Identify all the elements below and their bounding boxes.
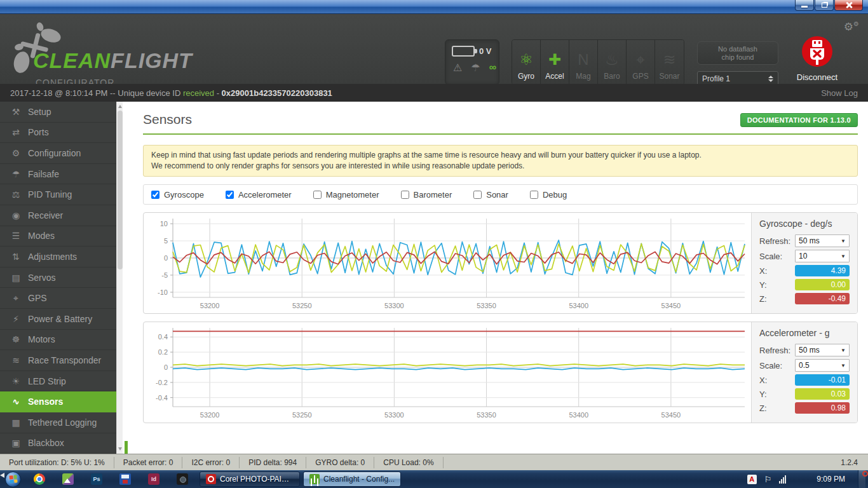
- image-viewer-icon[interactable]: [62, 473, 74, 485]
- close-button[interactable]: [834, 0, 863, 11]
- sidebar-item-adjustments[interactable]: ⇅Adjustments: [0, 247, 116, 268]
- task-button-corel[interactable]: Corel PHOTO-PAINT...: [200, 471, 300, 487]
- windows-taskbar: Ps Id Corel PHOTO-PAINT...Cleanflight - …: [0, 470, 868, 488]
- acrobat-tray-icon[interactable]: A: [747, 475, 757, 484]
- sidebar-item-label: Adjustments: [28, 252, 77, 262]
- status-cell: PID delta: 994: [240, 457, 306, 468]
- action-center-flag-icon[interactable]: ⚐: [764, 475, 772, 484]
- sensor-button-baro[interactable]: ♨Baro: [598, 40, 627, 85]
- svg-text:53200: 53200: [200, 411, 220, 419]
- gyroscope-chart-block: 5320053250533005335053400534501050-5-10 …: [143, 212, 858, 314]
- sidebar-item-receiver[interactable]: ◉Receiver: [0, 205, 116, 226]
- gyroscope-checkbox[interactable]: [151, 191, 159, 199]
- sidebar-item-configuration[interactable]: ⚙Configuration: [0, 143, 116, 164]
- barometer-checkbox[interactable]: [401, 191, 409, 199]
- main-content: Sensors DOCUMENTATION FOR 1.13.0 Keep in…: [123, 102, 868, 454]
- sensor-button-mag[interactable]: NMag: [569, 40, 598, 85]
- sensor-button-accel[interactable]: ✚Accel: [541, 40, 569, 85]
- sidebar-item-servos[interactable]: ▤Servos: [0, 268, 116, 288]
- servo-icon: ▤: [10, 273, 22, 283]
- sensor-button-label: Sonar: [659, 72, 679, 81]
- sidebar-item-tethered-logging[interactable]: ▦Tethered Logging: [0, 412, 116, 433]
- debug-checkbox[interactable]: [530, 191, 538, 199]
- floppy-icon[interactable]: [119, 473, 131, 485]
- sidebar-scrollbar[interactable]: [116, 102, 123, 454]
- status-cell: Port utilization: D: 5% U: 1%: [0, 457, 114, 468]
- volume-muted-icon[interactable]: [794, 475, 804, 484]
- camera-icon[interactable]: [177, 473, 188, 485]
- toggle-barometer[interactable]: Barometer: [401, 190, 452, 200]
- start-button[interactable]: [5, 471, 21, 487]
- sonar-checkbox[interactable]: [473, 191, 482, 199]
- network-icon[interactable]: [779, 475, 786, 484]
- photoshop-icon[interactable]: Ps: [91, 473, 102, 485]
- sensor-button-gps[interactable]: ⌖GPS: [627, 40, 655, 85]
- minimize-button[interactable]: [795, 0, 814, 11]
- app-version: 1.2.4: [831, 458, 868, 467]
- magnetometer-checkbox[interactable]: [313, 191, 322, 199]
- scrollbar-thumb[interactable]: [118, 111, 123, 269]
- sidebar-item-label: Race Transponder: [28, 355, 101, 365]
- disconnect-button[interactable]: Disconnect: [793, 36, 841, 82]
- sidebar-item-motors[interactable]: ☸Motors: [0, 330, 116, 351]
- task-button-cleanflight[interactable]: Cleanflight - Config...: [303, 471, 401, 487]
- sidebar-item-modes[interactable]: ☰Modes: [0, 226, 116, 247]
- toggle-sonar[interactable]: Sonar: [473, 190, 508, 200]
- sidebar-item-power-battery[interactable]: ⚡Power & Battery: [0, 309, 116, 330]
- tuning-icon: ⚖: [10, 189, 22, 200]
- restore-button[interactable]: [815, 0, 834, 11]
- sidebar-item-blackbox[interactable]: ▣Blackbox: [0, 433, 116, 454]
- sidebar-item-setup[interactable]: ⚒Setup: [0, 102, 116, 123]
- cleanflight-task-icon: [309, 474, 320, 484]
- taskbar-clock[interactable]: 9:09 PM: [811, 475, 850, 484]
- window-title-bar[interactable]: [0, 0, 868, 14]
- sidebar-item-race-transponder[interactable]: ≋Race Transponder: [0, 350, 116, 371]
- sidebar-item-pid-tuning[interactable]: ⚖PID Tuning: [0, 184, 116, 205]
- svg-text:0: 0: [164, 363, 168, 371]
- profile-select-value: Profile 1: [702, 74, 730, 83]
- indesign-icon[interactable]: Id: [148, 473, 159, 485]
- sensor-button-sonar[interactable]: ≋Sonar: [655, 40, 684, 85]
- sidebar-item-sensors[interactable]: ∿Sensors: [0, 391, 116, 412]
- accelerometer-checkbox[interactable]: [226, 191, 234, 199]
- sensor-button-gyro[interactable]: ⚛Gyro: [512, 40, 541, 85]
- gyro-refresh-select[interactable]: 50 ms▼: [795, 234, 850, 247]
- sidebar-item-label: Sensors: [28, 396, 63, 407]
- gyro-scale-select[interactable]: 10▼: [795, 250, 850, 262]
- scale-label: Scale:: [759, 361, 795, 370]
- dataflash-button[interactable]: No dataflash chip found: [697, 41, 778, 65]
- disconnect-label: Disconnect: [793, 72, 841, 82]
- documentation-button[interactable]: DOCUMENTATION FOR 1.13.0: [740, 113, 858, 127]
- toggle-gyroscope[interactable]: Gyroscope: [151, 190, 204, 200]
- sidebar-item-label: Servos: [28, 273, 56, 283]
- toggle-magnetometer[interactable]: Magnetometer: [313, 190, 379, 200]
- windows-logo-icon: [9, 475, 17, 483]
- note-line-2: We recommend to only render graphs for s…: [151, 161, 850, 172]
- gyroscope-panel: Gyroscope - deg/s Refresh: 50 ms▼ Scale:…: [751, 213, 857, 313]
- sidebar-item-led-strip[interactable]: ☀LED Strip: [0, 371, 116, 392]
- svg-text:10: 10: [160, 220, 168, 227]
- show-log-link[interactable]: Show Log: [821, 88, 858, 98]
- sidebar-item-failsafe[interactable]: ☂Failsafe: [0, 164, 116, 185]
- sidebar-item-label: Modes: [28, 231, 55, 241]
- scroll-up-icon[interactable]: [118, 105, 122, 108]
- accel-x-value: -0.01: [795, 374, 850, 386]
- accel-refresh-select[interactable]: 50 ms▼: [795, 344, 850, 356]
- spinner-icon: [768, 76, 773, 82]
- x-axis-label: X:: [759, 376, 795, 385]
- motor-icon: ☸: [10, 334, 22, 344]
- toggle-accelerometer[interactable]: Accelerometer: [226, 190, 292, 200]
- sensor-button-label: Baro: [604, 72, 620, 81]
- sidebar-item-gps[interactable]: ⌖GPS: [0, 288, 116, 309]
- dataflash-line2: chip found: [698, 53, 778, 62]
- settings-gears-icon[interactable]: ⚙⚙: [844, 20, 859, 34]
- scroll-down-icon[interactable]: [118, 447, 122, 451]
- sidebar-item-label: Setup: [28, 107, 51, 117]
- battery-icon: ⚡: [10, 314, 22, 324]
- toggle-debug[interactable]: Debug: [530, 190, 567, 200]
- accel-scale-select[interactable]: 0.5▼: [795, 359, 850, 372]
- sidebar-item-label: Motors: [28, 334, 55, 344]
- chrome-icon[interactable]: [34, 473, 45, 485]
- blackbox-icon: ▣: [10, 438, 22, 448]
- sidebar-item-ports[interactable]: ⇄Ports: [0, 123, 116, 144]
